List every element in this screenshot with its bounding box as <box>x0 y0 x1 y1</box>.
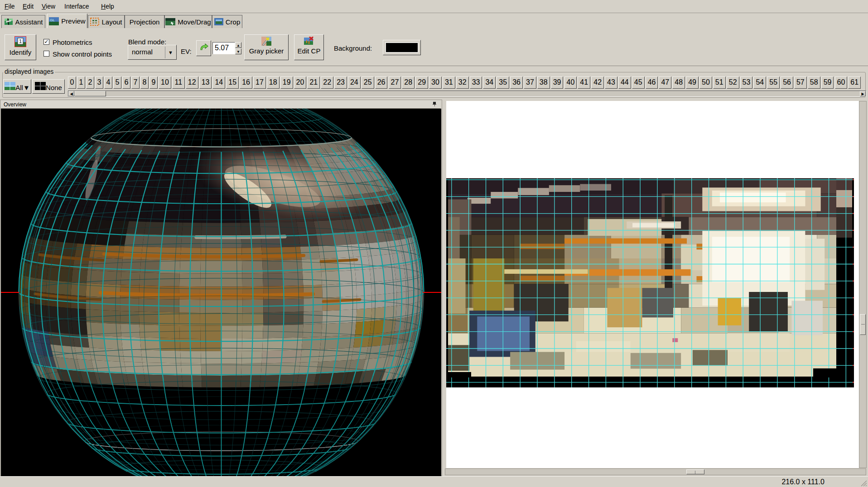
svg-text:GL: GL <box>50 18 55 22</box>
svg-text:1: 1 <box>19 38 22 44</box>
